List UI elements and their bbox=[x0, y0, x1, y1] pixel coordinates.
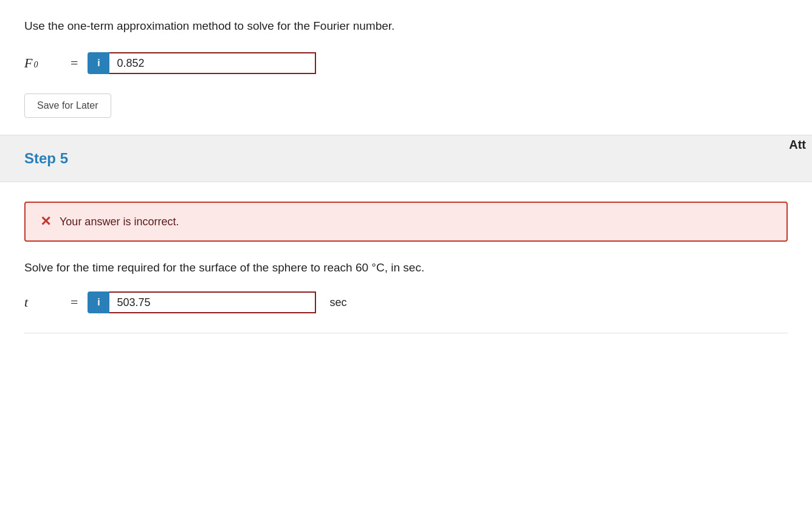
error-box: ✕ Your answer is incorrect. bbox=[24, 202, 788, 242]
fourier-input-wrapper: i bbox=[88, 52, 316, 74]
time-info-button[interactable]: i bbox=[88, 291, 109, 313]
solve-instruction: Solve for the time required for the surf… bbox=[24, 261, 788, 274]
fourier-equals: = bbox=[71, 55, 78, 71]
bottom-divider bbox=[24, 333, 788, 333]
fourier-label: F0 bbox=[24, 55, 61, 71]
fourier-label-italic: F bbox=[24, 55, 32, 71]
error-icon: ✕ bbox=[40, 214, 51, 230]
instruction-text: Use the one-term approximation method to… bbox=[24, 19, 788, 33]
time-label-italic: t bbox=[24, 295, 28, 310]
save-for-later-button[interactable]: Save for Later bbox=[24, 94, 111, 118]
time-equation-row: t = i sec bbox=[24, 291, 788, 313]
fourier-answer-input[interactable] bbox=[109, 52, 316, 74]
time-unit-label: sec bbox=[329, 296, 346, 309]
page-wrapper: Use the one-term approximation method to… bbox=[0, 0, 812, 521]
time-label: t bbox=[24, 295, 61, 310]
step5-title: Step 5 bbox=[24, 150, 68, 166]
fourier-info-button[interactable]: i bbox=[88, 52, 109, 74]
time-input-wrapper: i bbox=[88, 291, 316, 313]
top-section: Use the one-term approximation method to… bbox=[0, 0, 812, 135]
step5-content: ✕ Your answer is incorrect. Solve for th… bbox=[0, 182, 812, 353]
time-equals: = bbox=[71, 295, 78, 310]
fourier-equation-row: F0 = i bbox=[24, 52, 788, 74]
fourier-subscript: 0 bbox=[33, 60, 38, 70]
time-answer-input[interactable] bbox=[109, 291, 316, 313]
error-message: Your answer is incorrect. bbox=[60, 216, 179, 228]
att-label: Att bbox=[783, 126, 812, 164]
step5-header: Step 5 bbox=[0, 135, 812, 182]
